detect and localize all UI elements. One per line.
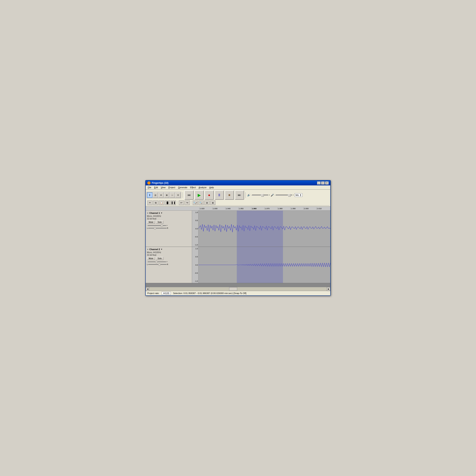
track-1-dropdown-btn[interactable]: ▼ [161,212,163,214]
track-2-pan-thumb[interactable] [158,263,161,266]
mark-2000: 2.000 [304,207,317,210]
menu-edit[interactable]: Edit [153,186,159,189]
input-volume-thumb[interactable] [288,194,291,197]
track-2-gain-track[interactable] [148,262,166,262]
track-1-solo-btn[interactable]: Solo [156,221,163,224]
track-1-gain-thumb[interactable] [161,224,163,227]
track-2-waveform-area[interactable]: 1.0 0.5 0.0 -0.5 -1.0 [192,247,330,283]
main-content: ✕ Channel 1 ▼ Mono, 44100Hz 32-bit float… [146,211,330,283]
timeline-ruler: 1.920 1.930 1.940 1.950 1.960 1.970 1.98… [146,206,330,211]
scale2-neg0.5: -0.5 [192,272,198,274]
timeshift-tool-btn[interactable]: ↔ [170,192,175,198]
mic-icon: 🎤 [271,194,274,197]
input-volume-track[interactable] [276,195,292,195]
project-rate-label: Project rate: [147,292,159,294]
track-2-pan: L R [147,263,191,265]
mark-1990: 1.990 [290,207,304,210]
zoom-sel-btn[interactable]: ⊠ [210,201,215,205]
track-1-selection [237,211,283,247]
project-rate-box: 44100 [162,292,171,295]
timeline-marks-container: 1.920 1.930 1.940 1.950 1.960 1.970 1.98… [147,207,329,210]
close-button[interactable]: ✕ [325,181,329,185]
vol-minus: - [251,194,252,196]
track-1-canvas[interactable] [199,211,330,247]
menu-effect[interactable]: Effect [189,186,197,189]
scroll-right-btn[interactable]: ▶ [327,287,330,291]
track-1-gain-plus: + [167,224,168,226]
mark-1940: 1.940 [225,207,238,210]
menu-help[interactable]: Help [208,186,215,189]
zoom-in-btn[interactable]: 🔍+ [193,201,198,205]
sep-3 [177,201,178,205]
track-2-controls: ✕ Channel 2 ▼ Mono, 44100Hz 32-bit float… [146,247,192,283]
multi-tool-btn[interactable]: ✳ [175,192,181,198]
track-2-gain-thumb[interactable] [155,261,158,263]
scale2-0.5: 0.5 [192,256,198,258]
in-plus: + [293,194,294,196]
window-controls: _ □ ✕ [317,181,329,185]
maximize-button[interactable]: □ [321,181,325,185]
track-2-dropdown-btn[interactable]: ▼ [161,248,163,250]
track-1-mute-btn[interactable]: Mute [147,221,155,224]
tool-group: I ⊟ ✒ ⊕ ↔ ✳ [147,192,181,198]
track-1-buttons: Mute Solo [147,221,191,224]
track-1-gain-track[interactable] [148,225,166,226]
track-1: ✕ Channel 1 ▼ Mono, 44100Hz 32-bit float… [146,211,330,247]
track-1-close-btn[interactable]: ✕ [147,212,149,214]
track-1-info1: Mono, 44100Hz [147,215,191,217]
zoom-tool-btn[interactable]: ⊕ [164,192,169,198]
draw-tool-btn[interactable]: ✒ [158,192,164,198]
envelope-tool-btn[interactable]: ⊟ [153,192,158,198]
scale2-0.0: 0.0 [192,264,198,266]
track-1-pan-track[interactable] [148,228,167,229]
scroll-left-btn[interactable]: ◀ [146,287,149,291]
timeline-marks: 1.920 1.930 1.940 1.950 1.960 1.970 1.98… [199,207,329,210]
mic-selector-arrows[interactable]: ▲ ▼ [300,194,302,197]
menu-project[interactable]: Project [167,186,176,189]
track-1-waveform-area[interactable]: 1.0 0.5 0.0 -0.5 -1.0 [192,211,330,247]
record-btn[interactable]: ● [204,190,214,200]
mic-icon-container: 🎤 [271,194,274,197]
sep-2 [245,192,246,198]
skip-start-btn[interactable]: ⏮ [184,190,194,200]
track-1-pan-thumb[interactable] [154,227,156,230]
menu-generate[interactable]: Generate [177,186,189,189]
track-2-close-btn[interactable]: ✕ [147,248,149,251]
skip-end-btn[interactable]: ⏭ [235,190,244,200]
track-1-gain-minus: - [147,224,148,226]
menu-analyze[interactable]: Analyze [197,186,207,189]
redo-btn[interactable]: ↪ [185,201,190,205]
track-2-pan-track[interactable] [148,264,167,265]
track-1-gain: - + [147,224,191,226]
menu-view[interactable]: View [160,186,167,189]
copy-btn[interactable]: ⧉ [153,201,158,205]
cut-btn[interactable]: ✂ [147,201,153,205]
paste-btn[interactable]: 📋 [159,201,164,205]
selection-tool-btn[interactable]: I [147,192,152,198]
output-volume-thumb[interactable] [261,194,264,197]
zoom-fit-btn[interactable]: ⊞ [204,201,210,205]
play-btn[interactable]: ▶ [194,190,204,200]
pause-btn[interactable]: ⏸ [215,190,224,200]
track-2-solo-btn[interactable]: Solo [156,257,163,260]
track-2-mute-btn[interactable]: Mute [147,257,155,260]
mark-1920: 1.920 [199,207,212,210]
stop-btn[interactable]: ■ [225,190,234,200]
in-minus: - [275,194,275,196]
mic-down-arrow[interactable]: ▼ [300,195,302,197]
track-2-header: ✕ Channel 2 ▼ [147,248,191,251]
output-volume-track[interactable] [252,195,268,195]
scroll-track[interactable] [149,287,327,291]
horizontal-scrollbar: ◀ ▶ [146,287,330,291]
track-2-buttons: Mute Solo [147,257,191,260]
mic-selector[interactable]: Mic ▲ ▼ [295,193,303,197]
track-2-canvas[interactable] [199,247,330,283]
minimize-button[interactable]: _ [317,181,321,185]
silence-btn[interactable]: ▌▐ [171,201,176,205]
zoom-out-btn[interactable]: 🔍- [199,201,204,205]
trim-btn[interactable]: ▐▌ [165,201,170,205]
menu-file[interactable]: File [147,186,153,189]
window-title: Fingertips (10) [152,182,169,184]
scroll-thumb[interactable] [229,287,237,291]
undo-btn[interactable]: ↩ [179,201,184,205]
